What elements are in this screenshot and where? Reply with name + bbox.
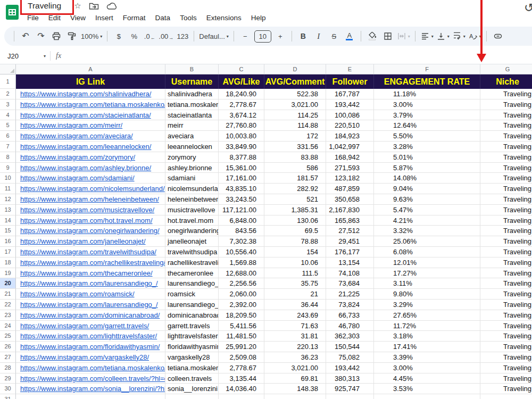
header-cell[interactable]: AVG/Like xyxy=(219,74,264,89)
cell-ig-link[interactable]: https://www.instagram.com/laurensandiego… xyxy=(16,278,165,289)
cell-ig-link[interactable]: https://www.instagram.com/lighttravelsfa… xyxy=(16,331,165,342)
cell-avg-like[interactable]: 15,361.00 xyxy=(219,163,264,173)
cell-username[interactable]: laurensandiego_ xyxy=(165,300,219,310)
row-header-16[interactable]: 16 xyxy=(0,236,16,247)
cell-avg-comment[interactable]: 111.5 xyxy=(264,268,326,279)
cell-engagement-rate[interactable]: 3.29% xyxy=(374,300,480,310)
row-header-19[interactable]: 19 xyxy=(0,268,16,279)
header-cell[interactable]: AVG/Comment xyxy=(264,74,326,89)
formula-input[interactable] xyxy=(68,48,532,64)
cell-avg-like[interactable]: 2,509.08 xyxy=(219,352,264,363)
cell-avg-comment[interactable]: 31.81 xyxy=(264,331,326,342)
cell-niche[interactable]: Traveling xyxy=(480,163,532,173)
cell-follower[interactable]: 27,512 xyxy=(326,226,374,236)
cell-username[interactable]: aveciara xyxy=(165,131,219,142)
cell-avg-like[interactable]: 2,256.56 xyxy=(219,278,264,289)
cell-username[interactable]: janelleonajet xyxy=(165,236,219,247)
cell-engagement-rate[interactable]: 27.65% xyxy=(374,310,480,321)
cell-avg-comment[interactable]: 148.38 xyxy=(264,384,326,394)
cell-niche[interactable]: Traveling xyxy=(480,257,532,268)
cell-ig-link[interactable]: https://www.instagram.com/hot.travel.mom… xyxy=(16,215,165,226)
insert-link-button[interactable] xyxy=(492,29,504,43)
cell-engagement-rate[interactable]: 3.00% xyxy=(374,99,480,110)
cell-niche[interactable]: Traveling xyxy=(480,247,532,257)
cell-avg-like[interactable]: 25,991.20 xyxy=(219,342,264,352)
strikethrough-button[interactable]: S xyxy=(328,29,340,43)
cell-engagement-rate[interactable]: 3.79% xyxy=(374,110,480,121)
cell-ig-link[interactable]: https://www.instagram.com/janelleonajet/ xyxy=(16,236,165,247)
cell-ig-link[interactable]: https://www.instagram.com/onegirlwanderi… xyxy=(16,226,165,236)
decrease-decimal-button[interactable]: .0← xyxy=(143,29,156,43)
cell-engagement-rate[interactable]: 3.28% xyxy=(374,142,480,152)
cell-username[interactable]: heleneinbetween xyxy=(165,194,219,205)
borders-button[interactable] xyxy=(381,29,394,43)
cell-follower[interactable]: 100,086 xyxy=(326,110,374,121)
cell-follower[interactable]: 73,684 xyxy=(326,278,374,289)
menu-tools[interactable]: Tools xyxy=(175,14,202,22)
column-header-C[interactable]: C xyxy=(219,64,264,74)
cell-avg-like[interactable]: 1,569.88 xyxy=(219,257,264,268)
cell-avg-comment[interactable]: 10.06 xyxy=(264,257,326,268)
row-header-29[interactable]: 29 xyxy=(0,373,16,384)
cell-engagement-rate[interactable]: 12.64% xyxy=(374,120,480,131)
cell-username[interactable]: garrett.travels xyxy=(165,321,219,331)
row-header-30[interactable]: 30 xyxy=(0,384,16,394)
header-cell[interactable]: ENGAGEMENT RATE xyxy=(374,74,480,89)
cell-avg-like[interactable]: 117,121.00 xyxy=(219,205,264,215)
cell-avg-comment[interactable]: 3,021.00 xyxy=(264,363,326,373)
cell-follower[interactable]: 350,658 xyxy=(326,194,374,205)
cell[interactable] xyxy=(165,394,219,399)
move-folder-icon[interactable] xyxy=(89,2,99,10)
redo-button[interactable]: ↷ xyxy=(35,29,47,43)
cell-niche[interactable]: Traveling xyxy=(480,300,532,310)
cell[interactable] xyxy=(16,394,165,399)
cell-follower[interactable]: 220,510 xyxy=(326,120,374,131)
cell-niche[interactable]: Traveling xyxy=(480,205,532,215)
history-icon[interactable]: ↺ xyxy=(524,1,532,15)
cell-niche[interactable]: Traveling xyxy=(480,321,532,331)
cell-ig-link[interactable]: https://www.instagram.com/floridawithyas… xyxy=(16,342,165,352)
row-header-10[interactable]: 10 xyxy=(0,173,16,184)
row-header-21[interactable]: 21 xyxy=(0,289,16,300)
cell-follower[interactable]: 380,313 xyxy=(326,373,374,384)
cell-ig-link[interactable]: https://www.instagram.com/aveciara/ xyxy=(16,131,165,142)
cell-niche[interactable]: Traveling xyxy=(480,152,532,163)
cell-username[interactable]: sonia__lorenzini xyxy=(165,384,219,394)
cell[interactable] xyxy=(219,394,264,399)
cell-ig-link[interactable]: https://www.instagram.com/leeannelocken/ xyxy=(16,142,165,152)
cell-username[interactable]: hot.travel.mom xyxy=(165,215,219,226)
cell-username[interactable]: shalinivadhera xyxy=(165,89,219,99)
cell-engagement-rate[interactable]: 3.53% xyxy=(374,384,480,394)
cell-niche[interactable]: Traveling xyxy=(480,173,532,184)
row-header-14[interactable]: 14 xyxy=(0,215,16,226)
text-rotation-button[interactable]: A ▾ xyxy=(468,29,481,43)
column-header-E[interactable]: E xyxy=(326,64,374,74)
cell-niche[interactable]: Traveling xyxy=(480,363,532,373)
cell-username[interactable]: floridawithyasmin xyxy=(165,342,219,352)
header-cell[interactable]: Username xyxy=(165,74,219,89)
cell-avg-comment[interactable]: 220.13 xyxy=(264,342,326,352)
cell-avg-like[interactable]: 2,778.67 xyxy=(219,99,264,110)
row-header-22[interactable]: 22 xyxy=(0,300,16,310)
cell-avg-comment[interactable]: 83.88 xyxy=(264,152,326,163)
cell-follower[interactable]: 193,442 xyxy=(326,99,374,110)
decrease-font-size-button[interactable]: − xyxy=(239,29,252,43)
cell-ig-link[interactable]: https://www.instagram.com/vargaskelly28/ xyxy=(16,352,165,363)
cell-username[interactable]: stacieinatlanta xyxy=(165,110,219,121)
cell-follower[interactable]: 29,451 xyxy=(326,236,374,247)
cell-engagement-rate[interactable]: 5.87% xyxy=(374,163,480,173)
cell-avg-comment[interactable]: 78.88 xyxy=(264,236,326,247)
cell-avg-comment[interactable]: 69.5 xyxy=(264,226,326,236)
cell-follower[interactable]: 487,859 xyxy=(326,184,374,194)
cell-ig-link[interactable]: https://www.instagram.com/stacieinatlant… xyxy=(16,110,165,121)
cell-engagement-rate[interactable]: 4.45% xyxy=(374,373,480,384)
font-select[interactable]: Defaul...▾ xyxy=(199,29,228,43)
cell-niche[interactable]: Traveling xyxy=(480,278,532,289)
cell-avg-comment[interactable]: 282.92 xyxy=(264,184,326,194)
cell-niche[interactable]: Traveling xyxy=(480,120,532,131)
cell-avg-like[interactable]: 17,161.00 xyxy=(219,173,264,184)
cell-avg-comment[interactable]: 172 xyxy=(264,131,326,142)
cell-niche[interactable]: Traveling xyxy=(480,131,532,142)
cell-username[interactable]: dominicanabroad xyxy=(165,310,219,321)
increase-font-size-button[interactable]: + xyxy=(274,29,287,43)
